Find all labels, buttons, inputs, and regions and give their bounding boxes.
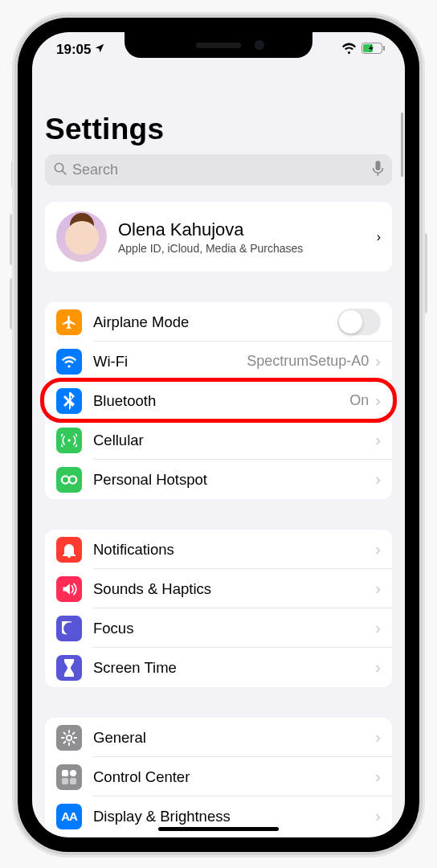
bluetooth-icon [56,388,82,414]
chevron-right-icon: › [375,579,381,598]
wifi-label: Wi-Fi [93,353,247,371]
chevron-right-icon: › [375,619,381,637]
chevron-right-icon: › [375,658,381,677]
svg-line-4 [62,170,66,174]
power-button [419,233,427,313]
speaker [196,43,241,48]
profile-row[interactable]: Olena Kahujova Apple ID, iCloud, Media &… [45,202,392,272]
chevron-right-icon: › [375,470,381,489]
general-label: General [93,729,375,747]
connectivity-group: Airplane Mode Wi-Fi SpectrumSetup-A0 › [45,302,392,499]
home-indicator[interactable] [158,827,279,831]
chevron-right-icon: › [375,728,381,747]
airplane-mode-row[interactable]: Airplane Mode [45,302,392,342]
battery-charging-icon [361,42,386,58]
svg-rect-11 [62,770,68,776]
profile-group: Olena Kahujova Apple ID, iCloud, Media &… [45,202,392,272]
microphone-icon[interactable] [372,161,384,180]
controlcenter-icon [56,764,82,790]
profile-subtitle: Apple ID, iCloud, Media & Purchases [118,242,377,255]
location-arrow-icon [94,42,105,58]
volume-down-button [10,278,18,330]
screen: 19:05 [32,32,405,837]
svg-point-9 [69,476,76,483]
airplane-toggle[interactable] [337,309,381,335]
svg-point-8 [62,476,69,483]
focus-row[interactable]: Focus › [45,608,392,648]
focus-icon [56,616,82,641]
cellular-row[interactable]: Cellular › [45,420,392,460]
display-icon: AA [56,804,82,829]
volume-up-button [10,214,18,265]
phone-frame: 19:05 [18,18,419,852]
search-input[interactable]: Search [45,154,392,186]
airplane-label: Airplane Mode [93,313,337,331]
svg-rect-2 [383,46,385,51]
general-group: General › Control Center › [45,718,392,836]
wifi-row[interactable]: Wi-Fi SpectrumSetup-A0 › [45,342,392,381]
notifications-icon [56,537,82,563]
wifi-icon [341,42,357,58]
display-label: Display & Brightness [93,808,375,825]
notifications-label: Notifications [93,541,375,559]
chevron-right-icon: › [375,391,381,410]
avatar [56,211,107,262]
status-time: 19:05 [56,42,91,58]
cellular-label: Cellular [93,432,375,449]
focus-label: Focus [93,620,375,637]
notifications-row[interactable]: Notifications › [45,530,392,569]
sounds-row[interactable]: Sounds & Haptics › [45,569,392,608]
bluetooth-row[interactable]: Bluetooth On › [45,381,392,420]
chevron-right-icon: › [377,230,381,244]
svg-point-7 [67,439,70,441]
mute-switch [11,161,18,188]
content: Settings Search Olena Kahujova Apple ID,… [32,68,405,837]
bluetooth-value: On [349,392,369,409]
profile-name: Olena Kahujova [118,219,377,240]
controlcenter-label: Control Center [93,768,375,786]
notch [125,32,312,58]
svg-rect-14 [70,778,76,784]
chevron-right-icon: › [375,431,381,449]
wifi-value: SpectrumSetup-A0 [247,353,369,370]
page-title: Settings [45,113,392,146]
wifi-settings-icon [56,349,82,375]
controlcenter-row[interactable]: Control Center › [45,757,392,796]
general-row[interactable]: General › [45,718,392,757]
cellular-icon [56,428,82,453]
front-camera [255,40,264,50]
bluetooth-label: Bluetooth [93,392,349,410]
chevron-right-icon: › [375,768,381,786]
chevron-right-icon: › [375,807,381,825]
sounds-icon [56,576,82,602]
svg-rect-5 [376,161,381,170]
hotspot-icon [56,467,82,493]
svg-rect-13 [62,778,68,784]
screentime-label: Screen Time [93,659,375,677]
svg-rect-12 [70,770,76,776]
screentime-icon [56,655,82,681]
chevron-right-icon: › [375,352,381,371]
sounds-label: Sounds & Haptics [93,580,375,598]
attention-group: Notifications › Sounds & Haptics › [45,530,392,687]
hotspot-row[interactable]: Personal Hotspot › [45,460,392,499]
hotspot-label: Personal Hotspot [93,471,375,489]
search-icon [53,162,67,179]
airplane-icon [56,309,82,335]
search-placeholder: Search [72,162,372,178]
chevron-right-icon: › [375,540,381,559]
screentime-row[interactable]: Screen Time › [45,648,392,687]
svg-point-10 [67,735,71,739]
gear-icon [56,725,82,751]
